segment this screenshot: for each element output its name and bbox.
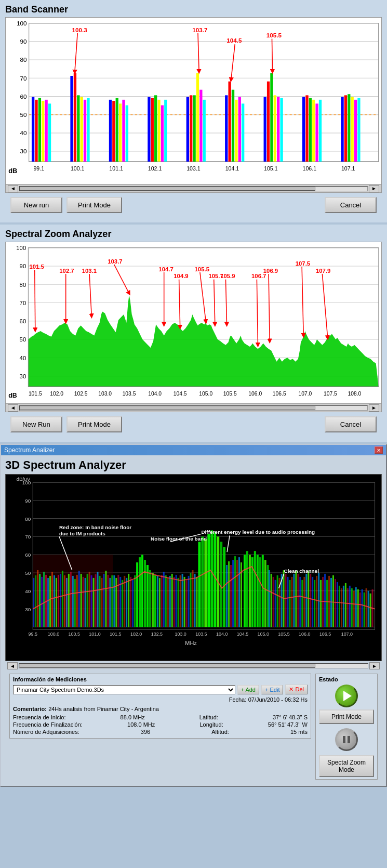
svg-line-85: [198, 33, 199, 72]
pause-button[interactable]: [335, 728, 358, 751]
svg-text:107.0: 107.0: [298, 390, 312, 397]
svg-rect-339: [364, 593, 365, 627]
svg-text:105.5: 105.5: [223, 390, 237, 397]
svg-text:30: 30: [25, 607, 31, 612]
s3d-scrollbar-thumb[interactable]: [19, 664, 316, 668]
svg-rect-249: [257, 555, 259, 627]
edit-btn[interactable]: + Edit: [261, 685, 283, 694]
svg-text:102.0: 102.0: [130, 632, 142, 637]
spectrum-3d-chart: 100 90 80 70 60 50 40 30 dB/uV 99.5 100.…: [5, 474, 382, 661]
spectrum-window: Spectrum Analizer ✕ 3D Spectrum Analyzer…: [0, 444, 387, 787]
svg-text:105.0: 105.0: [199, 390, 212, 397]
del-btn[interactable]: ✕ Del: [285, 685, 308, 694]
freq-inicio-label: Frecuencia de Inicio:: [13, 714, 66, 720]
band-scanner-title: Band Scanner: [5, 4, 382, 15]
s3d-scroll-left-btn[interactable]: ◄: [7, 662, 18, 669]
svg-rect-227: [136, 562, 138, 627]
play-button[interactable]: [335, 685, 358, 707]
scrollbar-track[interactable]: [19, 186, 368, 191]
new-run-button[interactable]: New run: [10, 197, 62, 213]
svg-rect-304: [291, 577, 292, 627]
svg-rect-199: [56, 578, 57, 627]
spectral-zoom-mode-btn[interactable]: Spectal Zoom Mode: [319, 755, 374, 777]
svg-text:102.1: 102.1: [148, 165, 162, 172]
window-close-btn[interactable]: ✕: [375, 446, 383, 454]
svg-rect-46: [148, 97, 150, 162]
spectrum-scrollbar-row[interactable]: ◄ ►: [5, 661, 382, 670]
svg-rect-203: [64, 575, 65, 627]
svg-rect-189: [35, 575, 36, 627]
cancel-button[interactable]: Cancel: [325, 197, 377, 213]
sz-print-mode-button[interactable]: Print Mode: [66, 416, 122, 432]
svg-rect-239: [210, 530, 213, 627]
s3d-scroll-right-btn[interactable]: ►: [369, 662, 380, 669]
svg-text:105.5: 105.5: [278, 632, 289, 637]
svg-text:70: 70: [20, 300, 26, 306]
svg-rect-318: [320, 580, 322, 627]
svg-text:107.9: 107.9: [316, 268, 330, 274]
print-mode-estado-btn[interactable]: Print Mode: [319, 709, 374, 724]
svg-rect-54: [193, 95, 195, 162]
svg-rect-254: [113, 575, 115, 627]
sz-cancel-button[interactable]: Cancel: [325, 416, 377, 432]
svg-text:due to IM products: due to IM products: [59, 531, 105, 536]
svg-rect-303: [289, 580, 290, 627]
svg-rect-213: [85, 578, 86, 627]
svg-rect-207: [72, 576, 74, 627]
s3d-scrollbar-track[interactable]: [19, 663, 368, 668]
svg-rect-237: [204, 539, 207, 627]
sz-scrollbar-track[interactable]: [19, 405, 368, 411]
svg-rect-73: [312, 100, 315, 162]
sz-scrollbar-thumb[interactable]: [20, 406, 315, 410]
num-adq-label: Número de Adquisiciones:: [13, 729, 79, 735]
svg-rect-230: [144, 560, 146, 627]
svg-line-131: [114, 265, 129, 294]
svg-rect-201: [60, 574, 61, 627]
sz-new-run-button[interactable]: New Run: [10, 416, 62, 432]
svg-text:40: 40: [20, 354, 26, 361]
svg-rect-223: [105, 571, 106, 627]
pause-icon: [343, 736, 350, 743]
scroll-left-btn[interactable]: ◄: [8, 185, 18, 192]
add-btn[interactable]: + Add: [237, 685, 259, 694]
svg-rect-70: [302, 97, 305, 162]
sz-scroll-right-btn[interactable]: ►: [369, 404, 379, 412]
svg-rect-81: [357, 98, 360, 162]
longitud-value: 56° 51' 47.3'' W: [268, 721, 308, 728]
scroll-right-btn[interactable]: ►: [369, 185, 379, 192]
svg-rect-40: [109, 100, 112, 162]
svg-rect-219: [97, 572, 99, 627]
svg-rect-215: [89, 572, 90, 627]
print-mode-button[interactable]: Print Mode: [66, 197, 122, 213]
svg-rect-302: [287, 577, 288, 627]
file-select[interactable]: Pinamar City Spectrum Demo.3Ds: [13, 685, 235, 694]
svg-text:102.5: 102.5: [151, 632, 163, 637]
svg-text:104.5: 104.5: [174, 390, 187, 397]
svg-rect-30: [38, 98, 41, 162]
svg-rect-56: [199, 90, 202, 162]
svg-rect-65: [267, 82, 270, 162]
svg-rect-197: [51, 572, 53, 627]
svg-rect-47: [151, 98, 154, 162]
sz-scroll-left-btn[interactable]: ◄: [8, 404, 18, 412]
svg-text:101.5: 101.5: [29, 264, 44, 270]
svg-text:40: 40: [20, 129, 26, 136]
svg-text:99.5: 99.5: [29, 632, 37, 637]
svg-rect-288: [232, 560, 234, 627]
svg-rect-62: [238, 97, 241, 162]
svg-text:60: 60: [25, 552, 31, 558]
svg-text:102.7: 102.7: [59, 268, 74, 274]
svg-rect-190: [37, 570, 38, 627]
svg-rect-268: [163, 572, 165, 627]
svg-text:107.0: 107.0: [341, 632, 353, 637]
svg-rect-329: [343, 586, 344, 627]
scrollbar-thumb[interactable]: [20, 187, 315, 191]
svg-text:104.0: 104.0: [148, 390, 162, 397]
band-scanner-scrollbar[interactable]: ◄ ►: [6, 184, 381, 192]
spectral-zoom-scrollbar[interactable]: ◄ ►: [6, 403, 381, 412]
svg-line-129: [89, 274, 91, 316]
svg-rect-276: [180, 575, 181, 627]
spectrum-content: 3D Spectrum Analyzer 100 90 80 70 60 50: [1, 455, 386, 786]
svg-rect-307: [297, 574, 299, 627]
svg-rect-198: [54, 575, 55, 627]
